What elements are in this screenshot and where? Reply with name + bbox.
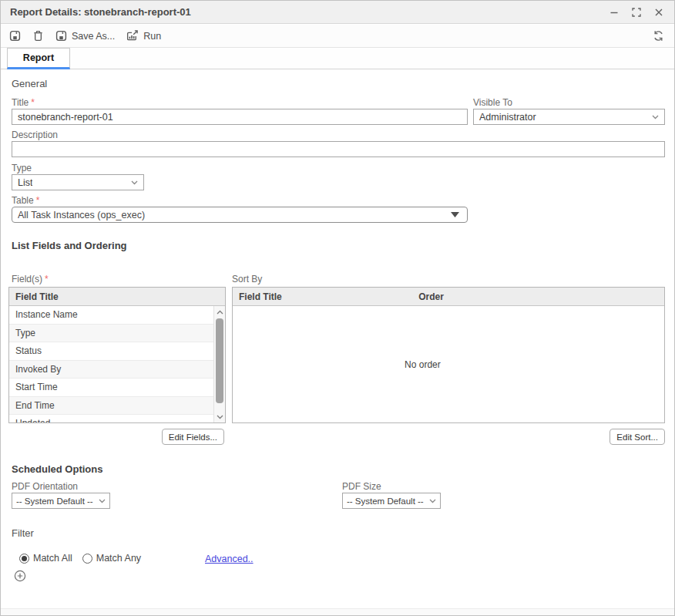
sort-table-header: Field Title Order — [233, 288, 664, 306]
fields-table-header: Field Title — [9, 288, 225, 306]
required-asterisk: * — [45, 274, 49, 284]
refresh-button[interactable] — [653, 30, 664, 42]
chevron-down-icon — [99, 499, 106, 503]
type-select[interactable]: List — [12, 174, 144, 190]
title-bar: Report Details: stonebranch-report-01 — [1, 1, 674, 24]
tab-report[interactable]: Report — [7, 48, 70, 69]
field-row[interactable]: Updated — [9, 415, 213, 422]
chevron-down-icon — [217, 415, 223, 419]
run-button[interactable]: Run — [126, 30, 161, 42]
save-as-icon — [55, 30, 67, 42]
sort-order-header: Order — [418, 291, 444, 302]
filter-heading: Filter — [12, 527, 34, 539]
refresh-icon — [653, 30, 664, 42]
run-label: Run — [143, 31, 161, 42]
edit-sort-button[interactable]: Edit Sort... — [610, 429, 665, 445]
field-row[interactable]: Type — [9, 325, 213, 343]
chevron-up-icon — [217, 310, 223, 315]
visible-to-value: Administrator — [479, 112, 536, 123]
run-report-icon — [126, 30, 139, 42]
title-input[interactable] — [12, 109, 468, 125]
fields-list: Instance Name Type Status Invoked By Sta… — [9, 306, 225, 422]
pdf-size-value: -- System Default -- — [347, 497, 424, 506]
scrollbar-thumb[interactable] — [216, 318, 223, 403]
chevron-down-icon — [429, 499, 436, 503]
general-heading: General — [12, 78, 47, 89]
pdf-orientation-select[interactable]: -- System Default -- — [12, 493, 110, 509]
title-label: Title* — [12, 97, 35, 108]
field-row[interactable]: Instance Name — [9, 306, 213, 325]
window-controls — [608, 6, 665, 19]
corner-brackets-icon — [632, 8, 641, 17]
plus-circle-icon — [14, 570, 26, 582]
save-as-label: Save As... — [72, 31, 115, 42]
window-title: Report Details: stonebranch-report-01 — [10, 6, 191, 18]
pdf-size-select[interactable]: -- System Default -- — [342, 493, 441, 509]
sort-table: Field Title Order No order — [232, 287, 665, 423]
field-row[interactable]: End Time — [9, 397, 213, 416]
field-title-header: Field Title — [15, 291, 59, 302]
tab-bar: Report — [1, 48, 674, 69]
pdf-size-label: PDF Size — [342, 481, 381, 492]
match-all-label[interactable]: Match All — [33, 553, 72, 564]
table-value: All Task Instances (ops_exec) — [18, 210, 145, 220]
filter-match-options: Match All Match Any — [19, 553, 141, 564]
advanced-filter-link[interactable]: Advanced.. — [205, 554, 254, 564]
table-label: Table* — [12, 195, 39, 206]
required-asterisk: * — [36, 195, 40, 206]
table-select[interactable]: All Task Instances (ops_exec) — [12, 207, 468, 223]
add-filter-button[interactable] — [14, 570, 26, 582]
list-fields-heading: List Fields and Ordering — [12, 240, 127, 251]
type-value: List — [18, 177, 32, 188]
chevron-down-icon — [652, 115, 659, 119]
save-as-button[interactable]: Save As... — [55, 30, 115, 42]
sort-by-label: Sort By — [232, 274, 262, 284]
pdf-orientation-label: PDF Orientation — [12, 481, 78, 492]
edit-fields-button[interactable]: Edit Fields... — [162, 429, 224, 445]
delete-button[interactable] — [32, 30, 44, 42]
vertical-scrollbar[interactable] — [213, 306, 225, 422]
sort-field-title-header: Field Title — [239, 291, 282, 302]
match-all-radio[interactable] — [19, 554, 29, 564]
minimize-button[interactable] — [608, 6, 620, 19]
field-row[interactable]: Status — [9, 342, 213, 361]
close-button[interactable] — [653, 6, 665, 19]
description-label: Description — [12, 130, 58, 140]
match-any-radio[interactable] — [82, 554, 92, 564]
description-input[interactable] — [12, 141, 665, 157]
triangle-down-icon — [451, 212, 459, 217]
fields-label: Field(s)* — [12, 274, 49, 284]
scheduled-options-heading: Scheduled Options — [12, 463, 102, 475]
maximize-button[interactable] — [630, 6, 643, 19]
trash-icon — [32, 30, 44, 42]
save-button[interactable] — [9, 30, 21, 42]
toolbar: Save As... Run — [1, 25, 674, 48]
required-asterisk: * — [31, 97, 35, 108]
visible-to-select[interactable]: Administrator — [473, 109, 665, 125]
visible-to-label: Visible To — [473, 97, 512, 108]
field-row[interactable]: Invoked By — [9, 361, 213, 379]
sort-list: No order — [233, 306, 664, 422]
close-icon — [654, 8, 663, 17]
scroll-down-button[interactable] — [214, 411, 225, 422]
pdf-orientation-value: -- System Default -- — [16, 497, 93, 506]
report-details-window: Report Details: stonebranch-report-01 Sa… — [0, 0, 675, 616]
minus-icon — [610, 8, 619, 17]
scroll-up-button[interactable] — [214, 306, 225, 318]
field-row[interactable]: Start Time — [9, 379, 213, 397]
chevron-down-icon — [131, 180, 138, 185]
match-any-label[interactable]: Match Any — [96, 553, 141, 564]
type-label: Type — [12, 163, 32, 173]
save-icon — [9, 30, 21, 42]
fields-table: Field Title Instance Name Type Status In… — [8, 287, 226, 423]
window-footer — [1, 608, 674, 615]
no-order-text: No order — [405, 359, 441, 370]
